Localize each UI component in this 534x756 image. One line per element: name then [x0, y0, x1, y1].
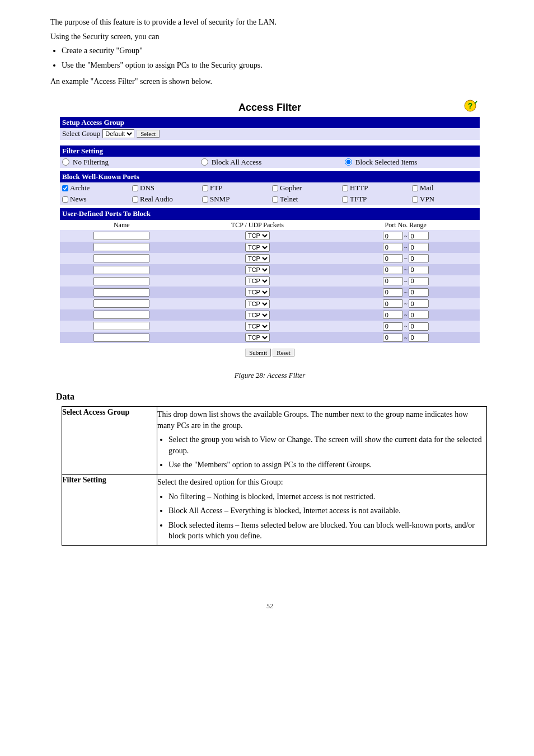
access-filter-panel: Access Filter ? Setup Access Group Selec… — [60, 98, 480, 363]
filter-option-block-selected[interactable]: Block Selected Items — [345, 157, 477, 167]
well-known-ports-grid: ArchieDNSFTPGopherHTTPMailNewsReal Audio… — [60, 182, 480, 205]
data-heading: Data — [56, 391, 489, 403]
port-checkbox-tftp[interactable]: TFTP — [340, 194, 410, 205]
user-defined-ports-header: User-Defined Ports To Block — [60, 208, 480, 219]
access-filter-screenshot: Access Filter ? Setup Access Group Selec… — [50, 98, 489, 363]
intro-example: An example "Access Filter" screen is sho… — [50, 76, 489, 87]
table-row-label: Filter Setting — [62, 475, 157, 546]
filter-option-block-all[interactable]: Block All Access — [201, 157, 334, 167]
protocol-select[interactable]: TCP — [245, 276, 270, 285]
submit-row: Submit Reset — [60, 343, 480, 362]
port-name-input[interactable] — [93, 299, 149, 308]
port-checkbox-dns[interactable]: DNS — [130, 182, 200, 194]
port-to-input[interactable] — [409, 311, 429, 319]
intro-paragraph: The purpose of this feature is to provid… — [50, 17, 489, 87]
user-defined-columns: Name TCP / UDP Packets Port No. Range — [60, 220, 480, 231]
port-name-input[interactable] — [93, 243, 149, 251]
protocol-select[interactable]: TCP — [245, 254, 270, 263]
page-number: 52 — [50, 602, 489, 611]
intro-purpose: The purpose of this feature is to provid… — [50, 17, 489, 28]
port-from-input[interactable] — [383, 254, 403, 262]
port-from-input[interactable] — [383, 322, 403, 331]
port-name-input[interactable] — [93, 277, 149, 285]
protocol-select[interactable]: TCP — [245, 231, 270, 240]
user-defined-row: TCP~ — [60, 309, 480, 321]
setup-access-group-header: Setup Access Group — [60, 117, 480, 128]
port-name-input[interactable] — [93, 322, 149, 330]
port-checkbox-ftp[interactable]: FTP — [200, 182, 270, 194]
user-defined-row: TCP~ — [60, 287, 480, 298]
port-to-input[interactable] — [409, 232, 429, 240]
port-checkbox-real-audio[interactable]: Real Audio — [130, 194, 200, 205]
protocol-select[interactable]: TCP — [245, 288, 270, 297]
select-group-label: Select Group — [62, 129, 100, 139]
submit-button[interactable]: Submit — [245, 349, 271, 356]
protocol-select[interactable]: TCP — [245, 265, 270, 274]
reset-button[interactable]: Reset — [273, 349, 294, 356]
port-from-input[interactable] — [383, 243, 403, 251]
protocol-select[interactable]: TCP — [245, 243, 270, 252]
user-defined-row: TCP~ — [60, 264, 480, 275]
svg-text:?: ? — [468, 101, 473, 110]
table-row: Filter SettingSelect the desired option … — [62, 475, 487, 546]
port-checkbox-mail[interactable]: Mail — [410, 182, 480, 194]
port-to-input[interactable] — [409, 288, 429, 297]
filter-setting-row: No Filtering Block All Access Block Sele… — [60, 157, 480, 168]
port-checkbox-http[interactable]: HTTP — [340, 182, 410, 194]
port-from-input[interactable] — [383, 299, 403, 308]
port-to-input[interactable] — [409, 299, 429, 308]
port-from-input[interactable] — [383, 266, 403, 274]
port-name-input[interactable] — [93, 334, 149, 342]
port-checkbox-news[interactable]: News — [60, 194, 130, 205]
select-button[interactable]: Select — [137, 130, 160, 138]
filter-setting-header: Filter Setting — [60, 145, 480, 157]
range-separator: ~ — [404, 254, 407, 262]
port-to-input[interactable] — [409, 277, 429, 285]
port-checkbox-gopher[interactable]: Gopher — [270, 182, 340, 194]
port-from-input[interactable] — [383, 232, 403, 240]
port-to-input[interactable] — [409, 243, 429, 251]
table-row-description: This drop down list shows the available … — [157, 407, 487, 475]
intro-using-heading: Using the Security screen, you can — [50, 31, 489, 43]
range-separator: ~ — [404, 299, 407, 308]
user-defined-row: TCP~ — [60, 230, 480, 241]
port-to-input[interactable] — [409, 334, 429, 342]
range-separator: ~ — [404, 277, 407, 285]
select-group-dropdown[interactable]: Default — [102, 129, 134, 138]
protocol-select[interactable]: TCP — [245, 299, 270, 308]
port-to-input[interactable] — [409, 266, 429, 274]
port-name-input[interactable] — [93, 311, 149, 319]
port-name-input[interactable] — [93, 288, 149, 297]
col-proto: TCP / UDP Packets — [184, 220, 332, 230]
intro-bullet-1: Create a security "Group" — [62, 45, 489, 57]
range-separator: ~ — [404, 288, 407, 297]
figure-caption: Figure 28: Access Filter — [50, 370, 489, 381]
port-checkbox-snmp[interactable]: SNMP — [200, 194, 270, 205]
range-separator: ~ — [404, 334, 407, 342]
port-from-input[interactable] — [383, 277, 403, 285]
port-checkbox-archie[interactable]: Archie — [60, 182, 130, 194]
port-name-input[interactable] — [93, 266, 149, 274]
user-defined-row: TCP~ — [60, 242, 480, 253]
protocol-select[interactable]: TCP — [245, 322, 270, 331]
table-row: Select Access GroupThis drop down list s… — [62, 407, 487, 475]
port-name-input[interactable] — [93, 254, 149, 262]
port-checkbox-telnet[interactable]: Telnet — [270, 194, 340, 205]
port-checkbox-vpn[interactable]: VPN — [410, 194, 480, 205]
intro-bullet-2: Use the "Members" option to assign PCs t… — [62, 60, 489, 71]
port-from-input[interactable] — [383, 334, 403, 342]
table-row-label: Select Access Group — [62, 407, 157, 475]
range-separator: ~ — [404, 265, 407, 274]
page-title: Access Filter — [238, 101, 301, 115]
port-from-input[interactable] — [383, 288, 403, 297]
port-from-input[interactable] — [383, 311, 403, 319]
filter-option-no-filtering[interactable]: No Filtering — [62, 157, 190, 167]
port-to-input[interactable] — [409, 254, 429, 262]
port-name-input[interactable] — [93, 232, 149, 240]
port-to-input[interactable] — [409, 322, 429, 331]
user-defined-row: TCP~ — [60, 275, 480, 287]
col-range: Port No. Range — [331, 220, 480, 230]
protocol-select[interactable]: TCP — [245, 333, 270, 342]
protocol-select[interactable]: TCP — [245, 311, 270, 320]
help-icon[interactable]: ? — [464, 98, 479, 116]
